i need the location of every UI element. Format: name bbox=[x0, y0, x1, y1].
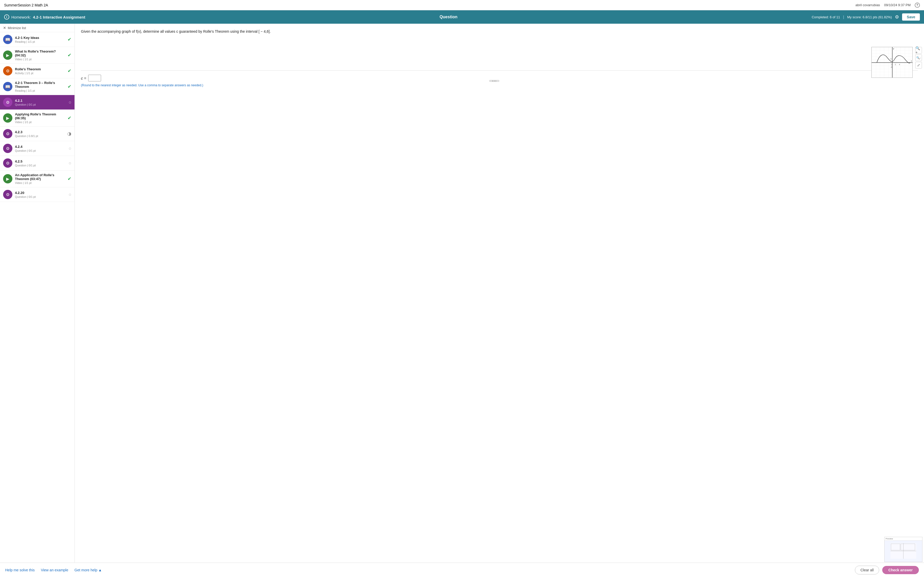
sidebar-item-status-8: ○ bbox=[69, 146, 71, 151]
sidebar-item-title-2: What Is Rolle's Theorem? (04:32) bbox=[15, 50, 65, 57]
top-bar: SummerSession 2 Math 2A abril covarrubia… bbox=[0, 0, 924, 10]
sidebar-icon-gear-11: ⚙ bbox=[3, 190, 12, 199]
sidebar-item-7[interactable]: ⚙ 4.2.3 Question | 0.8/1 pt ◑ bbox=[0, 126, 74, 141]
expand-button[interactable]: ⤢ bbox=[915, 62, 922, 69]
sidebar-icon-gear-7: ⚙ bbox=[3, 129, 12, 138]
zoom-in-button[interactable]: 🔍+ bbox=[915, 47, 922, 53]
datetime: 09/10/24 9:37 PM bbox=[884, 3, 911, 7]
sidebar-item-10[interactable]: ▶ An Application of Rolle's Theorem (03:… bbox=[0, 171, 74, 187]
hw-label: Homework: bbox=[11, 15, 31, 19]
sidebar-icon-book-4: 📖 bbox=[3, 82, 12, 91]
sidebar-item-subtitle-7: Question | 0.8/1 pt bbox=[15, 134, 65, 137]
sidebar-item-status-2: ✔ bbox=[68, 52, 71, 58]
svg-text:-2: -2 bbox=[891, 64, 892, 65]
bottom-bar: Help me solve this View an example Get m… bbox=[0, 562, 924, 577]
answer-section: c = (Round to the nearest integer as nee… bbox=[81, 75, 918, 87]
sidebar-item-subtitle-10: Video | 1/1 pt bbox=[15, 181, 65, 184]
minimize-bar[interactable]: ✕ Minimize list bbox=[0, 24, 74, 32]
sidebar-item-title-9: 4.2.5 bbox=[15, 160, 66, 163]
sidebar-item-8[interactable]: ⚙ 4.2.4 Question | 0/1 pt ○ bbox=[0, 141, 74, 156]
thumbnail-svg bbox=[890, 543, 916, 559]
sidebar-item-subtitle-4: Reading | 1/1 pt bbox=[15, 89, 65, 92]
content-divider bbox=[81, 70, 918, 71]
content-area: Given the accompanying graph of f(x), de… bbox=[75, 24, 924, 562]
minimize-icon: ✕ bbox=[3, 26, 6, 30]
username: abril covarrubias bbox=[855, 3, 880, 7]
drag-handle[interactable]: • • • bbox=[489, 80, 499, 82]
divider: | bbox=[843, 15, 844, 19]
sidebar-icon-gear-8: ⚙ bbox=[3, 144, 12, 153]
sidebar-item-subtitle-3: Activity | 1/1 pt bbox=[15, 72, 65, 75]
sidebar: ✕ Minimize list 📖 4.2-1 Key Ideas Readin… bbox=[0, 24, 75, 562]
sidebar-item-title-7: 4.2.3 bbox=[15, 130, 65, 134]
sidebar-item-status-7: ◑ bbox=[67, 131, 71, 137]
svg-text:y: y bbox=[893, 47, 894, 50]
sidebar-item-title-5: 4.2.1 bbox=[15, 99, 66, 103]
sidebar-item-subtitle-8: Question | 0/1 pt bbox=[15, 149, 66, 152]
answer-input[interactable] bbox=[88, 75, 101, 81]
sidebar-item-status-10: ✔ bbox=[68, 176, 71, 182]
header-right: Completed: 6 of 11 | My score: 6.8/11 pt… bbox=[812, 13, 920, 21]
app-title: SummerSession 2 Math 2A bbox=[4, 3, 48, 7]
sidebar-item-title-10: An Application of Rolle's Theorem (03:47… bbox=[15, 173, 65, 181]
sidebar-item-3[interactable]: ⚙ Rolle's Theorem Activity | 1/1 pt ✔ bbox=[0, 64, 74, 78]
settings-icon[interactable]: ⚙ bbox=[895, 14, 899, 20]
answer-hint: (Round to the nearest integer as needed.… bbox=[81, 84, 918, 87]
sidebar-item-status-3: ✔ bbox=[68, 68, 71, 74]
sidebar-item-subtitle-5: Question | 0/1 pt bbox=[15, 103, 66, 106]
hw-name: 4.2-1 Interactive Assignment bbox=[33, 15, 85, 19]
header-center: Question bbox=[439, 15, 457, 19]
sidebar-item-11[interactable]: ⚙ 4.2.20 Question | 0/1 pt ○ bbox=[0, 187, 74, 202]
svg-text:4: 4 bbox=[899, 64, 900, 65]
score-text: My score: 6.8/11 pts (61.82%) bbox=[847, 15, 892, 19]
sidebar-item-status-9: ○ bbox=[69, 161, 71, 166]
sidebar-item-9[interactable]: ⚙ 4.2.5 Question | 0/1 pt ○ bbox=[0, 156, 74, 171]
answer-row: c = bbox=[81, 75, 918, 81]
sidebar-item-status-11: ○ bbox=[69, 192, 71, 197]
sidebar-item-4[interactable]: 📖 4.2-1 Theorem 3 – Rolle's Theorem Read… bbox=[0, 78, 74, 95]
sidebar-icon-gear-9: ⚙ bbox=[3, 158, 12, 168]
sidebar-icon-video-2: ▶ bbox=[3, 50, 12, 60]
svg-text:2: 2 bbox=[895, 64, 896, 65]
main-layout: ✕ Minimize list 📖 4.2-1 Key Ideas Readin… bbox=[0, 24, 924, 562]
minimize-label: Minimize list bbox=[8, 26, 26, 30]
c-label: c = bbox=[81, 76, 86, 81]
sidebar-item-title-3: Rolle's Theorem bbox=[15, 67, 65, 71]
sidebar-item-title-11: 4.2.20 bbox=[15, 191, 66, 195]
check-answer-button[interactable]: Check answer bbox=[882, 566, 919, 574]
sidebar-item-title-8: 4.2.4 bbox=[15, 145, 66, 148]
top-bar-right: abril covarrubias 09/10/24 9:37 PM ? bbox=[855, 3, 920, 8]
get-more-help-button[interactable]: Get more help ▲ bbox=[74, 568, 102, 572]
sidebar-item-6[interactable]: ▶ Applying Rolle's Theorem (06:35) Video… bbox=[0, 110, 74, 126]
bottom-left-actions: Help me solve this View an example Get m… bbox=[5, 568, 102, 572]
sidebar-item-2[interactable]: ▶ What Is Rolle's Theorem? (04:32) Video… bbox=[0, 47, 74, 64]
clear-all-button[interactable]: Clear all bbox=[855, 566, 879, 574]
sidebar-icon-book-1: 📖 bbox=[3, 35, 12, 44]
sidebar-item-status-6: ✔ bbox=[68, 115, 71, 121]
sidebar-item-status-4: ✔ bbox=[68, 84, 71, 89]
help-icon[interactable]: ? bbox=[915, 3, 920, 8]
svg-text:4: 4 bbox=[890, 58, 892, 60]
graph-svg: x y -2 2 4 4 -4 bbox=[872, 47, 913, 78]
sidebar-item-subtitle-1: Reading | 1/1 pt bbox=[15, 40, 65, 43]
bottom-right-actions: Clear all Check answer bbox=[855, 566, 919, 574]
header-left: i Homework: 4.2-1 Interactive Assignment bbox=[4, 15, 85, 19]
sidebar-item-1[interactable]: 📖 4.2-1 Key Ideas Reading | 1/1 pt ✔ bbox=[0, 32, 74, 47]
help-me-solve-link[interactable]: Help me solve this bbox=[5, 568, 34, 572]
view-example-link[interactable]: View an example bbox=[41, 568, 68, 572]
sidebar-item-title-1: 4.2-1 Key Ideas bbox=[15, 36, 65, 40]
sidebar-item-status-1: ✔ bbox=[68, 37, 71, 42]
thumbnail-preview: Preview bbox=[884, 537, 922, 562]
svg-text:x: x bbox=[911, 60, 912, 62]
sidebar-item-subtitle-2: Video | 1/1 pt bbox=[15, 58, 65, 61]
zoom-out-button[interactable]: 🔍- bbox=[915, 54, 922, 61]
sidebar-item-status-5: ○ bbox=[69, 100, 71, 105]
question-text: Given the accompanying graph of f(x), de… bbox=[81, 29, 918, 34]
sidebar-item-5[interactable]: ⚙ 4.2.1 Question | 0/1 pt ○ bbox=[0, 95, 74, 110]
save-button[interactable]: Save bbox=[902, 13, 920, 21]
header-bar: i Homework: 4.2-1 Interactive Assignment… bbox=[0, 10, 924, 24]
sidebar-icon-video-6: ▶ bbox=[3, 113, 12, 122]
completed-text: Completed: 6 of 11 bbox=[812, 15, 840, 19]
sidebar-item-subtitle-9: Question | 0/1 pt bbox=[15, 164, 66, 167]
sidebar-icon-video-10: ▶ bbox=[3, 174, 12, 184]
